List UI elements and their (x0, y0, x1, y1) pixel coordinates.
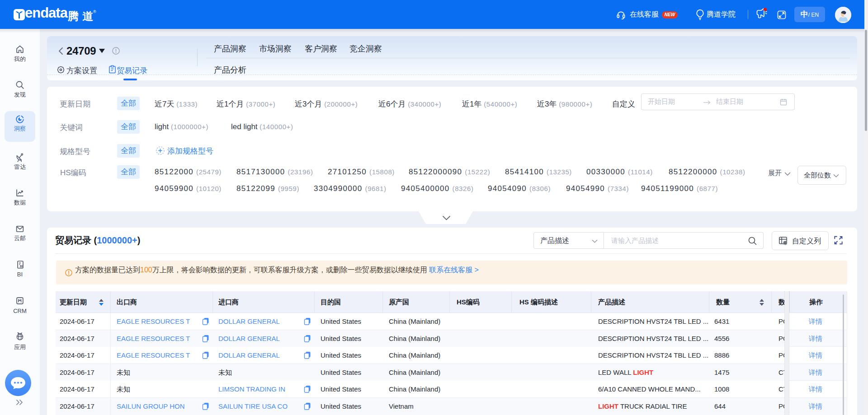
svg-text:BI: BI (20, 265, 23, 268)
